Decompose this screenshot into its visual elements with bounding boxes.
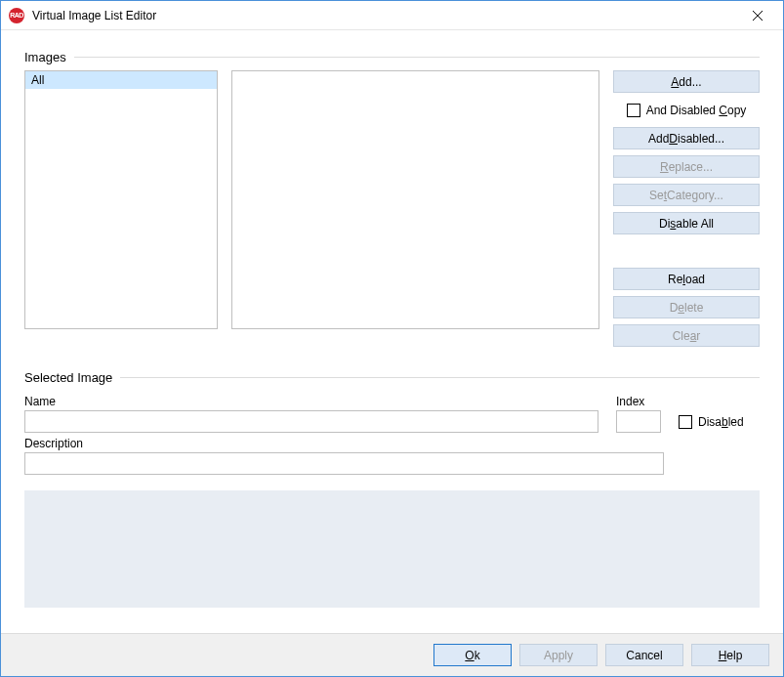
app-icon: RAD — [9, 8, 24, 23]
apply-button[interactable]: Apply — [519, 644, 598, 666]
list-item[interactable]: All — [25, 71, 217, 89]
dialog-body: Images All Add... And Disabled Copy Add … — [1, 30, 783, 633]
selected-image-group-header: Selected Image — [24, 370, 760, 385]
image-preview-panel[interactable] — [231, 70, 599, 329]
reload-button[interactable]: Reload — [613, 268, 760, 290]
category-listbox[interactable]: All — [24, 70, 218, 329]
help-button[interactable]: Help — [691, 644, 769, 666]
description-input[interactable] — [24, 452, 664, 475]
and-disabled-copy-checkbox[interactable] — [627, 104, 640, 117]
window: RAD Virtual Image List Editor Images All… — [0, 0, 784, 677]
name-label: Name — [24, 395, 598, 408]
replace-button[interactable]: Replace... — [613, 155, 760, 178]
index-label: Index — [616, 395, 661, 408]
window-title: Virtual Image List Editor — [32, 9, 156, 22]
and-disabled-copy-row[interactable]: And Disabled Copy — [613, 99, 760, 121]
add-button[interactable]: Add... — [613, 70, 760, 93]
ok-button[interactable]: Ok — [433, 644, 512, 666]
disabled-label: Disabled — [698, 415, 744, 429]
button-column: Add... And Disabled Copy Add Disabled...… — [613, 70, 760, 347]
disabled-checkbox[interactable] — [679, 415, 692, 429]
close-icon — [753, 11, 763, 21]
images-group-label: Images — [24, 50, 66, 64]
titlebar: RAD Virtual Image List Editor — [1, 1, 783, 30]
selected-image-group-label: Selected Image — [24, 370, 112, 385]
disable-all-button[interactable]: Disable All — [613, 212, 760, 234]
delete-button[interactable]: Delete — [613, 296, 760, 318]
preview-area — [24, 490, 760, 608]
images-row: All Add... And Disabled Copy Add Disable… — [24, 70, 760, 347]
images-group-header: Images — [24, 50, 760, 64]
name-input[interactable] — [24, 410, 598, 433]
selected-image-section: Selected Image Name Index Disabled D — [24, 370, 760, 608]
close-button[interactable] — [738, 2, 777, 29]
set-category-button[interactable]: Set Category... — [613, 184, 760, 206]
and-disabled-copy-label: And Disabled Copy — [646, 104, 747, 117]
clear-button[interactable]: Clear — [613, 324, 760, 347]
index-input[interactable] — [616, 410, 661, 433]
cancel-button[interactable]: Cancel — [605, 644, 683, 666]
description-label: Description — [24, 437, 664, 450]
add-disabled-button[interactable]: Add Disabled... — [613, 127, 760, 149]
dialog-footer: Ok Apply Cancel Help — [1, 633, 783, 676]
